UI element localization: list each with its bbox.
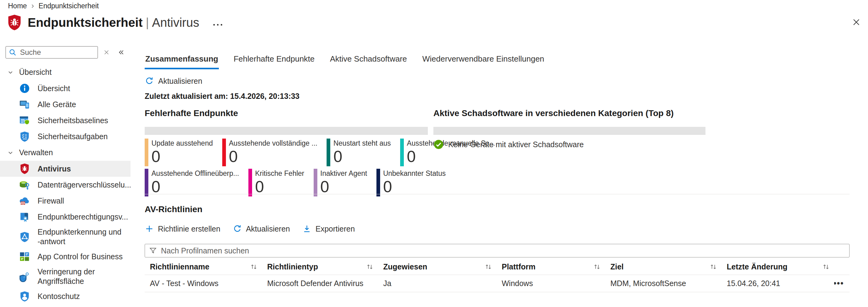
unhealthy-endpoints-title: Fehlerhafte Endpunkte (145, 109, 428, 118)
export-label: Exportieren (315, 224, 355, 234)
sidebar-item-label: Antivirus (37, 164, 71, 174)
no-malware-message: Keine Geräte mit aktiver Schadsoftware (448, 140, 584, 149)
sidebar-collapse-icon[interactable] (115, 47, 126, 58)
sidebar-item-sicherheitsaufgaben[interactable]: Sicherheitsaufgaben (0, 128, 130, 145)
firewall-icon (19, 195, 30, 206)
tile-value: 0 (151, 178, 239, 195)
sidebar-item-alle-geraete[interactable]: Alle Geräte (0, 96, 130, 113)
tab-aktive-schadsoftware[interactable]: Aktive Schadsoftware (329, 52, 407, 69)
col-richtlinientyp[interactable]: Richtlinientyp (262, 263, 378, 271)
breadcrumb-chevron-icon (30, 3, 35, 9)
sidebar-item-uebersicht[interactable]: Übersicht (0, 80, 130, 96)
endpoint-privilege-icon (19, 211, 30, 222)
column-label: Plattform (502, 263, 535, 271)
search-input[interactable] (5, 46, 98, 59)
filter-funnel-icon (149, 246, 157, 255)
page-title-primary: Endpunktsicherheit (28, 16, 143, 29)
table-row[interactable]: AV - Test - Windows Microsoft Defender A… (145, 275, 849, 292)
tile-unbekannter-status[interactable]: Unbekannter Status0 (376, 169, 446, 196)
cell-richtlinienname[interactable]: AV - Test - Windows (145, 279, 262, 288)
sidebar-item-endpunktberechtigungsverwaltung[interactable]: Endpunktberechtigungsv... (0, 209, 130, 225)
more-icon[interactable] (213, 24, 222, 26)
sidebar-group-uebersicht[interactable]: Übersicht (0, 64, 130, 80)
sidebar-item-app-control[interactable]: App Control for Business (0, 248, 130, 265)
column-label: Richtlinientyp (267, 263, 318, 271)
tab-zusammenfassung[interactable]: Zusammenfassung (145, 52, 219, 69)
cell-zugewiesen: Ja (378, 279, 496, 288)
breadcrumb-current[interactable]: Endpunktsicherheit (38, 2, 99, 10)
col-letzte-aenderung[interactable]: Letzte Änderung (721, 263, 834, 271)
sidebar-item-firewall[interactable]: Firewall (0, 193, 130, 209)
page-title-separator: | (143, 16, 152, 29)
refresh-button[interactable]: Aktualisieren (145, 76, 202, 86)
breadcrumb-home[interactable]: Home (8, 2, 27, 10)
close-icon[interactable] (850, 16, 863, 28)
sidebar-item-sicherheitsbaselines[interactable]: Sicherheitsbaselines (0, 113, 130, 128)
sort-icon (366, 263, 374, 271)
tile-kritische-fehler[interactable]: Kritische Fehler0 (248, 169, 304, 196)
column-label: Zugewiesen (383, 263, 427, 271)
breadcrumb: Home Endpunktsicherheit (8, 2, 99, 10)
unhealthy-endpoints-bar-chart (145, 127, 428, 135)
col-richtlinienname[interactable]: Richtlinienname (145, 263, 262, 271)
unhealthy-endpoints-tiles: Update ausstehend0 Ausstehende vollständ… (145, 139, 428, 196)
tab-fehlerhafte-endpunkte[interactable]: Fehlerhafte Endpunkte (233, 52, 315, 69)
tile-value: 0 (229, 148, 318, 165)
sidebar-item-label: Sicherheitsaufgaben (37, 132, 108, 141)
col-plattform[interactable]: Plattform (496, 263, 605, 271)
sidebar-item-label: Sicherheitsbaselines (37, 116, 108, 125)
tile-ausstehende-offlineueberpruefung[interactable]: Ausstehende Offlineüberp...0 (145, 169, 239, 196)
col-zugewiesen[interactable]: Zugewiesen (378, 263, 496, 271)
tile-ausstehende-vollstaendige[interactable]: Ausstehende vollständige ...0 (222, 139, 318, 166)
tile-inaktiver-agent[interactable]: Inaktiver Agent0 (314, 169, 367, 196)
tile-label: Ausstehende vollständige ... (229, 139, 318, 148)
column-label: Ziel (610, 263, 624, 271)
active-malware-section: Aktive Schadsoftware in verschiedenen Ka… (433, 109, 706, 150)
policies-table: Richtlinienname Richtlinientyp Zugewiese… (145, 259, 849, 292)
page-header: Endpunktsicherheit|Antivirus (7, 14, 222, 31)
sidebar-item-label: Verringerung der Angriffsfläche (37, 267, 126, 286)
tile-label: Inaktiver Agent (320, 169, 367, 178)
tile-color-bar (222, 139, 226, 166)
page-title: Endpunktsicherheit|Antivirus (28, 16, 199, 30)
row-more-icon[interactable]: ••• (834, 279, 845, 288)
info-icon (19, 83, 30, 94)
security-tasks-icon (19, 131, 30, 142)
sidebar-item-verringerung-angriffsflaeche[interactable]: Verringerung der Angriffsfläche (0, 265, 130, 288)
antivirus-page: Home Endpunktsicherheit Endpunktsicherhe… (0, 0, 868, 307)
edr-shield-icon (19, 231, 30, 242)
devices-icon (19, 99, 30, 110)
tile-label: Kritische Fehler (255, 169, 304, 178)
profile-filter-input[interactable] (145, 244, 849, 257)
tab-wiederverwendbare-einstellungen[interactable]: Wiederverwendbare Einstellungen (422, 52, 545, 69)
tile-update-ausstehend[interactable]: Update ausstehend0 (145, 139, 213, 166)
search-clear-icon[interactable] (101, 47, 112, 58)
plus-icon (145, 224, 154, 234)
sort-icon (593, 263, 601, 271)
sort-icon (484, 263, 492, 271)
sidebar-item-datentraegerverschluesselung[interactable]: Datenträgerverschlüsselu... (0, 177, 130, 193)
tile-color-bar (327, 139, 330, 166)
sidebar-item-kontoschutz[interactable]: Kontoschutz (0, 288, 130, 304)
refresh-icon (145, 76, 154, 86)
create-policy-button[interactable]: Richtlinie erstellen (145, 224, 220, 234)
sort-icon (822, 263, 830, 271)
antivirus-shield-bug-icon (19, 163, 30, 174)
export-button[interactable]: Exportieren (302, 224, 355, 234)
sidebar-item-label: Endpunkterkennung und -antwort (37, 227, 126, 246)
col-ziel[interactable]: Ziel (605, 263, 721, 271)
tile-label: Update ausstehend (151, 139, 213, 148)
tile-color-bar (314, 169, 317, 196)
tile-value: 0 (320, 178, 367, 195)
last-updated-text: Zuletzt aktualisiert am: 15.4.2026, 20:1… (145, 92, 300, 101)
sidebar: Übersicht Übersicht Alle Geräte (0, 44, 130, 307)
sidebar-group-verwalten[interactable]: Verwalten (0, 145, 130, 161)
sidebar-item-endpunkterkennung[interactable]: Endpunkterkennung und -antwort (0, 225, 130, 248)
cell-plattform: Windows (496, 279, 605, 288)
sidebar-group-label: Übersicht (19, 68, 52, 77)
sidebar-item-antivirus[interactable]: Antivirus (0, 161, 130, 177)
tile-neustart-steht-aus[interactable]: Neustart steht aus0 (327, 139, 391, 166)
sidebar-item-label: App Control for Business (37, 252, 123, 262)
refresh-policies-button[interactable]: Aktualisieren (233, 224, 290, 234)
sidebar-item-label: Übersicht (37, 84, 70, 93)
